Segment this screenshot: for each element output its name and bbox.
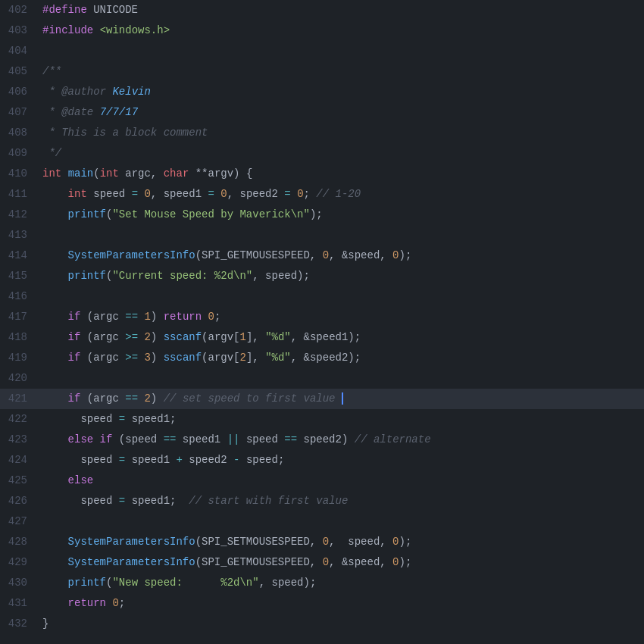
line-content: speed = speed1; // start with first valu… — [39, 491, 644, 511]
line-number: 406 — [0, 82, 39, 102]
line-number: 408 — [0, 123, 39, 143]
line-number: 418 — [0, 327, 39, 348]
line-number: 416 — [0, 286, 39, 307]
code-editor: 402 #define UNICODE 403 #include <window… — [0, 0, 644, 644]
line-content: if (argc >= 3) sscanf(argv[2], "%d", &sp… — [39, 348, 644, 368]
line-number: 402 — [0, 0, 39, 20]
code-line: 415 printf("Current speed: %2d\n", speed… — [0, 266, 644, 286]
line-number: 417 — [0, 307, 39, 327]
code-line: 428 SystemParametersInfo(SPI_SETMOUSESPE… — [0, 532, 644, 552]
line-number: 421 — [0, 389, 39, 409]
line-content: #define UNICODE — [39, 0, 644, 20]
line-content: * @date 7/7/17 — [39, 102, 644, 123]
code-line: 425 else — [0, 470, 644, 491]
line-number: 423 — [0, 430, 39, 450]
line-number: 426 — [0, 491, 39, 511]
line-number: 407 — [0, 102, 39, 123]
line-content: #include <windows.h> — [39, 20, 644, 41]
code-line: 431 return 0; — [0, 593, 644, 614]
code-line: 432 } — [0, 614, 644, 634]
code-line: 410 int main(int argc, char **argv) { — [0, 164, 644, 184]
line-content: printf("Current speed: %2d\n", speed); — [39, 266, 644, 286]
line-content: */ — [39, 143, 644, 164]
code-line: 416 — [0, 286, 644, 307]
line-content: if (argc == 1) return 0; — [39, 307, 644, 327]
line-number: 411 — [0, 184, 39, 205]
line-content: if (argc >= 2) sscanf(argv[1], "%d", &sp… — [39, 327, 644, 348]
line-content: int main(int argc, char **argv) { — [39, 164, 644, 184]
code-line: 407 * @date 7/7/17 — [0, 102, 644, 123]
code-line: 406 * @author Kelvin — [0, 82, 644, 102]
code-line: 417 if (argc == 1) return 0; — [0, 307, 644, 327]
code-line: 403 #include <windows.h> — [0, 20, 644, 41]
line-content: return 0; — [39, 593, 644, 614]
line-number: 409 — [0, 143, 39, 164]
line-content: * @author Kelvin — [39, 82, 644, 102]
line-content: /** — [39, 61, 644, 82]
code-line: 412 printf("Set Mouse Speed by Maverick\… — [0, 205, 644, 225]
line-number: 412 — [0, 205, 39, 225]
code-line: 426 speed = speed1; // start with first … — [0, 491, 644, 511]
line-number: 427 — [0, 511, 39, 532]
line-number: 414 — [0, 245, 39, 266]
code-line: 418 if (argc >= 2) sscanf(argv[1], "%d",… — [0, 327, 644, 348]
code-line: 413 — [0, 225, 644, 245]
line-number: 410 — [0, 164, 39, 184]
line-number: 422 — [0, 409, 39, 430]
line-number: 413 — [0, 225, 39, 245]
code-line: 430 printf("New speed: %2d\n", speed); — [0, 573, 644, 593]
line-content: int speed = 0, speed1 = 0, speed2 = 0; /… — [39, 184, 644, 205]
code-line: 409 */ — [0, 143, 644, 164]
code-line: 408 * This is a block comment — [0, 123, 644, 143]
line-content: } — [39, 614, 644, 634]
line-number: 403 — [0, 20, 39, 41]
code-line: 402 #define UNICODE — [0, 0, 644, 20]
line-number: 430 — [0, 573, 39, 593]
code-line: 420 — [0, 368, 644, 389]
line-number: 429 — [0, 552, 39, 573]
line-number: 420 — [0, 368, 39, 389]
line-content: else if (speed == speed1 || speed == spe… — [39, 430, 644, 450]
line-number: 405 — [0, 61, 39, 82]
line-number: 432 — [0, 614, 39, 634]
code-line: 424 speed = speed1 + speed2 - speed; — [0, 450, 644, 470]
line-content: * This is a block comment — [39, 123, 644, 143]
line-number: 428 — [0, 532, 39, 552]
line-content: printf("Set Mouse Speed by Maverick\n"); — [39, 205, 644, 225]
code-line: 405 /** — [0, 61, 644, 82]
code-line: 427 — [0, 511, 644, 532]
code-line: 429 SystemParametersInfo(SPI_GETMOUSESPE… — [0, 552, 644, 573]
line-content: SystemParametersInfo(SPI_SETMOUSESPEED, … — [39, 532, 644, 552]
line-number: 404 — [0, 41, 39, 61]
code-line: 414 SystemParametersInfo(SPI_GETMOUSESPE… — [0, 245, 644, 266]
code-line: 404 — [0, 41, 644, 61]
line-content: printf("New speed: %2d\n", speed); — [39, 573, 644, 593]
line-content: SystemParametersInfo(SPI_GETMOUSESPEED, … — [39, 552, 644, 573]
line-content: speed = speed1 + speed2 - speed; — [39, 450, 644, 470]
code-line: 423 else if (speed == speed1 || speed ==… — [0, 430, 644, 450]
line-number: 419 — [0, 348, 39, 368]
code-line: 422 speed = speed1; — [0, 409, 644, 430]
line-content: SystemParametersInfo(SPI_GETMOUSESPEED, … — [39, 245, 644, 266]
line-content: if (argc == 2) // set speed to first val… — [39, 389, 644, 409]
line-number: 431 — [0, 593, 39, 614]
line-number: 424 — [0, 450, 39, 470]
code-line: 411 int speed = 0, speed1 = 0, speed2 = … — [0, 184, 644, 205]
code-line: 419 if (argc >= 3) sscanf(argv[2], "%d",… — [0, 348, 644, 368]
line-number: 415 — [0, 266, 39, 286]
code-line-active: 421 if (argc == 2) // set speed to first… — [0, 389, 644, 409]
line-content: speed = speed1; — [39, 409, 644, 430]
line-content: else — [39, 470, 644, 491]
line-number: 425 — [0, 470, 39, 491]
